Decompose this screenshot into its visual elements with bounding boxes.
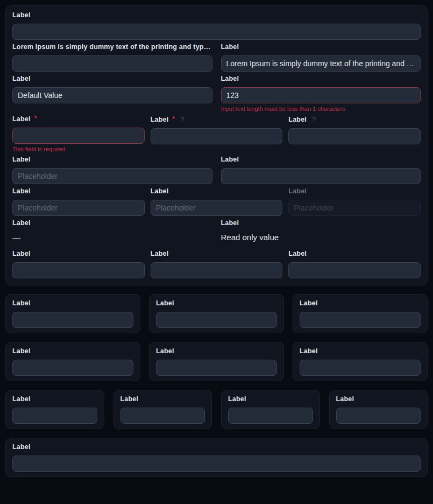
card-row-2: Label Label Label	[5, 342, 428, 381]
field: Label	[12, 300, 133, 328]
field-placeholder-1: Label	[12, 184, 145, 216]
field-placeholder-2: Label	[151, 184, 283, 216]
field-label-text: Label	[300, 348, 318, 355]
card-text-input[interactable]	[300, 312, 421, 328]
field-label: Label	[336, 396, 421, 403]
field: Label	[12, 444, 421, 472]
field-label-text: Label	[300, 300, 318, 307]
basic-text-input[interactable]	[12, 24, 421, 40]
card: Label	[149, 294, 284, 333]
field-label-text: Label	[151, 188, 169, 195]
field-label-text: Label	[288, 250, 307, 257]
field-readonly-filled: Label Read only value	[221, 216, 421, 247]
validation-error-message: This field is required	[12, 146, 145, 152]
field-label-text: Label	[221, 220, 239, 227]
field-label-text: Label	[228, 396, 246, 403]
card-text-input[interactable]	[156, 360, 277, 376]
field: Label	[336, 396, 421, 424]
field-label-text: Label	[288, 188, 307, 195]
field: Label	[156, 348, 277, 376]
field-long-value: Label	[221, 40, 421, 72]
long-value-text-input[interactable]	[221, 55, 421, 72]
card: Label	[113, 390, 212, 429]
field-basic: Label	[12, 8, 421, 40]
field-label: Label	[221, 156, 421, 163]
field: Label	[228, 396, 313, 424]
card: Label	[221, 390, 320, 429]
empty-text-input[interactable]	[288, 262, 421, 278]
placeholder-wide-text-input[interactable]	[12, 168, 212, 184]
card-row-1: Label Label Label	[5, 294, 428, 333]
field-label: Label	[12, 220, 212, 227]
field-label-text: Label	[12, 220, 31, 227]
field-label: Label	[300, 300, 421, 307]
readonly-value: —	[12, 232, 212, 247]
form-row-4: Label * This field is required Label * ?…	[12, 112, 421, 152]
field-label: Label	[221, 44, 421, 51]
field-label: Label	[12, 75, 212, 82]
field-label: Lorem Ipsum is simply dummy text of the …	[12, 44, 212, 51]
card-text-input[interactable]	[12, 408, 97, 424]
field-empty-2: Label	[151, 247, 283, 278]
field-with-help: Label ?	[288, 112, 421, 152]
field-label-text: Label	[12, 348, 31, 355]
bottom-card-text-input[interactable]	[12, 456, 421, 472]
card: Label	[293, 342, 428, 381]
card-row-3: Label Label Label	[5, 390, 428, 429]
field-long-label: Lorem Ipsum is simply dummy text of the …	[12, 40, 212, 72]
form-row-6: Label Label Label	[12, 184, 421, 216]
default-value-text-input[interactable]	[12, 87, 212, 103]
empty-text-input[interactable]	[12, 262, 145, 278]
field-label-text: Label	[12, 188, 31, 195]
field-placeholder-wide: Label	[12, 152, 212, 184]
card-text-input[interactable]	[300, 360, 421, 376]
form-row-1: Label	[12, 8, 421, 40]
card: Label	[149, 342, 284, 381]
bottom-card: Label	[5, 438, 428, 477]
field: Label	[156, 300, 277, 328]
field-label-text: Label	[12, 156, 31, 163]
field-label-text: Label	[12, 250, 31, 257]
length-error-text-input[interactable]	[221, 87, 421, 103]
form-row-5: Label Label	[12, 152, 421, 184]
required-text-input[interactable]	[12, 128, 145, 144]
field-label-text: Label	[12, 444, 31, 451]
field-label: Label	[12, 250, 145, 257]
help-text-input[interactable]	[288, 128, 421, 144]
field-label: Label	[151, 250, 283, 257]
field: Label	[300, 348, 421, 376]
required-help-text-input[interactable]	[151, 128, 283, 144]
field-label: Label	[120, 396, 205, 403]
field-label-text: Label	[12, 12, 31, 19]
empty-text-input[interactable]	[151, 262, 283, 278]
field-label: Label	[12, 12, 421, 19]
help-question-icon[interactable]: ?	[180, 116, 184, 123]
field-label-text: Label	[221, 75, 239, 82]
long-label-text-input[interactable]	[12, 55, 212, 72]
field-label: Label	[288, 250, 421, 257]
field-label: Label	[12, 396, 97, 403]
help-question-icon[interactable]: ?	[312, 116, 316, 123]
field-label: Label * ?	[151, 116, 283, 123]
field: Label	[12, 396, 97, 424]
field-label: Label *	[12, 116, 145, 123]
placeholder-text-input[interactable]	[151, 200, 283, 216]
card-text-input[interactable]	[12, 360, 133, 376]
card-text-input[interactable]	[120, 408, 205, 424]
field-required-error: Label * This field is required	[12, 112, 145, 152]
field-label-text: Lorem Ipsum is simply dummy text of the …	[12, 44, 212, 51]
card-text-input[interactable]	[336, 408, 421, 424]
placeholder-text-input[interactable]	[12, 200, 145, 216]
field-label-text: Label	[288, 116, 307, 123]
field-label-text: Label	[12, 396, 31, 403]
field-label: Label	[221, 220, 421, 227]
card: Label	[293, 294, 428, 333]
card-text-input[interactable]	[228, 408, 313, 424]
field-label: Label	[228, 396, 313, 403]
empty-wide-text-input[interactable]	[221, 168, 421, 184]
field-label: Label	[221, 75, 421, 82]
card-text-input[interactable]	[156, 312, 277, 328]
validation-error-message: Input text length must be less than 1 ch…	[221, 106, 421, 112]
field-label: Label	[12, 444, 421, 451]
card-text-input[interactable]	[12, 312, 133, 328]
